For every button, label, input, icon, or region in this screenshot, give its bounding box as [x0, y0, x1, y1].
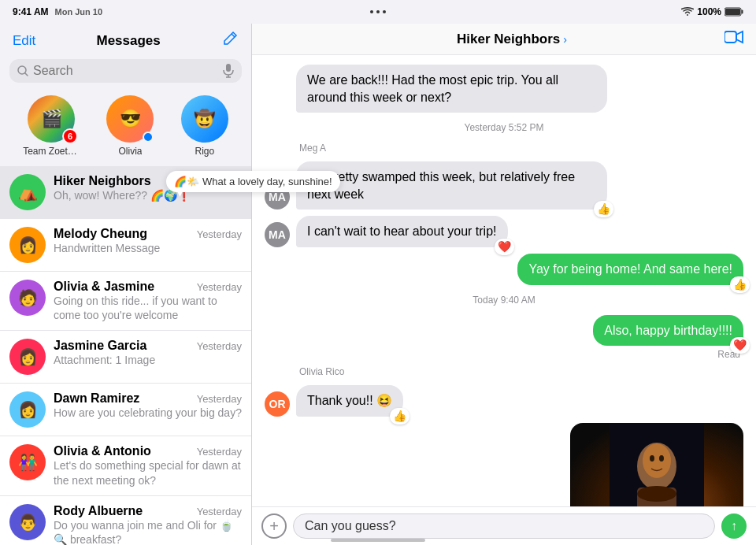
home-indicator	[331, 539, 425, 542]
sender-name-olivia-rico: Olivia Rico	[299, 366, 743, 377]
svg-rect-8	[724, 32, 736, 43]
message-row-6: OR Thank you!! 😆 👍	[265, 385, 743, 417]
status-day: Mon Jun 10	[55, 7, 103, 17]
conv-name-olivia-antonio: Olivia & Antonio	[54, 444, 151, 458]
conv-avatar-hiker-neighbors: ⛺	[9, 174, 46, 210]
reaction-badge-6: 👍	[390, 408, 410, 425]
image-bubble-inner	[570, 423, 743, 506]
conv-avatar-melody-cheung: 👩	[9, 227, 46, 263]
conv-preview-dawn-ramirez: How are you celebrating your big day?	[54, 406, 242, 420]
pinned-contact-olivia[interactable]: 😎 🌈🌤️ What a lovely day, sunshine! Olivi…	[106, 95, 154, 157]
conv-item-rody-albuerne[interactable]: 👨 Rody Albuerne Yesterday Do you wanna j…	[0, 496, 251, 545]
conv-avatar-olivia-antonio: 👫	[9, 444, 46, 480]
message-row-7-image	[265, 423, 743, 506]
message-bubble-4: Yay for being home! And same here! 👍	[517, 254, 743, 285]
dot3	[383, 10, 386, 13]
conv-name-olivia-jasmine: Olivia & Jasmine	[54, 280, 154, 294]
read-label: Read	[265, 349, 743, 360]
pinned-contact-rigo[interactable]: 🤠 Rigo	[181, 95, 228, 157]
message-bubble-6: Thank you!! 😆 👍	[296, 385, 403, 417]
edit-button[interactable]: Edit	[13, 33, 35, 49]
search-icon	[17, 65, 28, 76]
reaction-badge-5: ❤️	[730, 337, 750, 354]
chat-title: Hiker Neighbors	[457, 32, 560, 47]
message-bubble-2: I'm pretty swamped this week, but relati…	[296, 161, 607, 209]
compose-icon	[221, 30, 239, 47]
add-button[interactable]: +	[261, 513, 287, 539]
message-row-5: Also, happy birthday!!!! ❤️	[265, 315, 743, 347]
msg-avatar-meg-2: MA	[265, 222, 290, 247]
message-bubble-5: Also, happy birthday!!!! ❤️	[593, 315, 743, 347]
reaction-badge-4: 👍	[730, 276, 750, 293]
search-input[interactable]	[33, 64, 218, 78]
svg-rect-2	[725, 9, 740, 15]
text-input-wrap	[293, 513, 715, 539]
compose-button[interactable]	[221, 30, 239, 51]
battery-level: 100%	[697, 6, 721, 17]
message-input[interactable]	[305, 519, 703, 533]
pinned-contacts-row: 🎬 6 Team Zoetrope 😎 🌈🌤️ What a lovely da…	[0, 89, 251, 166]
right-header: Hiker Neighbors ›	[252, 24, 756, 55]
image-bubble	[570, 423, 743, 506]
message-bubble-1: We are back!!! Had the most epic trip. Y…	[296, 65, 607, 113]
conv-item-jasmine-garcia[interactable]: 👩 Jasmine Garcia Yesterday Attachment: 1…	[0, 331, 251, 384]
conv-name-melody-cheung: Melody Cheung	[54, 227, 147, 241]
photo-person-svg	[610, 423, 704, 506]
message-row-4: Yay for being home! And same here! 👍	[265, 254, 743, 285]
left-header: Edit Messages	[0, 24, 251, 54]
conv-item-melody-cheung[interactable]: 👩 Melody Cheung Yesterday Handwritten Me…	[0, 219, 251, 272]
video-icon	[724, 30, 743, 44]
conversation-list: ⛺ Hiker Neighbors 9:40 AM Oh, wow! Where…	[0, 166, 251, 545]
right-panel: Hiker Neighbors › We are back!!! Had the…	[252, 24, 756, 545]
pinned-avatar-rigo: 🤠	[181, 95, 228, 143]
bubble-popup: 🌈🌤️ What a lovely day, sunshine!	[166, 171, 339, 192]
video-call-button[interactable]	[724, 30, 743, 48]
status-time: 9:41 AM	[13, 6, 49, 17]
conv-name-jasmine-garcia: Jasmine Garcia	[54, 339, 146, 353]
conv-time-rody-albuerne: Yesterday	[197, 506, 242, 517]
pinned-name-olivia: Olivia	[118, 146, 142, 157]
conv-name-rody-albuerne: Rody Albuerne	[54, 504, 143, 518]
send-button[interactable]: ↑	[721, 513, 747, 539]
conv-item-dawn-ramirez[interactable]: 👩 Dawn Ramirez Yesterday How are you cel…	[0, 384, 251, 436]
dot2	[376, 10, 380, 13]
conv-preview-olivia-jasmine: Going on this ride... if you want to com…	[54, 294, 242, 322]
conv-avatar-rody-albuerne: 👨	[9, 504, 46, 540]
input-bar: + ↑	[252, 506, 756, 545]
conv-body-melody-cheung: Melody Cheung Yesterday Handwritten Mess…	[54, 227, 242, 255]
pinned-name-rigo: Rigo	[195, 146, 214, 157]
pinned-avatar-olivia: 😎	[106, 95, 154, 143]
svg-point-15	[659, 455, 664, 462]
conv-time-olivia-antonio: Yesterday	[197, 446, 242, 458]
message-bubble-3: I can't wait to hear about your trip! ❤️	[296, 216, 508, 247]
conv-body-rody-albuerne: Rody Albuerne Yesterday Do you wanna joi…	[54, 504, 242, 545]
conv-item-olivia-antonio[interactable]: 👫 Olivia & Antonio Yesterday Let's do so…	[0, 436, 251, 495]
svg-point-14	[650, 455, 654, 462]
message-row-1: We are back!!! Had the most epic trip. Y…	[265, 65, 743, 113]
conv-item-olivia-jasmine[interactable]: 🧑 Olivia & Jasmine Yesterday Going on th…	[0, 272, 251, 331]
timestamp-today: Today 9:40 AM	[265, 295, 743, 306]
unread-badge-team-zoetrope: 6	[62, 128, 78, 144]
conv-preview-olivia-antonio: Let's do something special for dawn at t…	[54, 458, 242, 487]
pinned-contact-team-zoetrope[interactable]: 🎬 6 Team Zoetrope	[23, 95, 80, 157]
dot1	[370, 10, 373, 13]
conv-avatar-dawn-ramirez: 👩	[9, 391, 46, 428]
unread-dot-olivia	[143, 132, 154, 143]
reaction-badge-2: 👍	[594, 201, 613, 217]
sender-name-meg: Meg A	[299, 143, 743, 154]
conv-time-olivia-jasmine: Yesterday	[197, 281, 242, 293]
conv-avatar-jasmine-garcia: 👩	[9, 339, 46, 375]
conv-avatar-olivia-jasmine: 🧑	[9, 280, 46, 316]
conv-preview-melody-cheung: Handwritten Message	[54, 241, 242, 255]
conv-body-jasmine-garcia: Jasmine Garcia Yesterday Attachment: 1 I…	[54, 339, 242, 367]
svg-point-11	[643, 443, 671, 478]
chat-title-area[interactable]: Hiker Neighbors ›	[457, 32, 567, 47]
chevron-icon: ›	[563, 33, 567, 46]
left-panel: Edit Messages	[0, 24, 252, 545]
search-bar	[9, 59, 242, 83]
conv-time-melody-cheung: Yesterday	[197, 228, 242, 240]
svg-rect-5	[226, 64, 231, 72]
status-bar-dots	[370, 10, 386, 13]
conv-time-dawn-ramirez: Yesterday	[197, 393, 242, 405]
status-bar-right: 100%	[681, 6, 743, 17]
